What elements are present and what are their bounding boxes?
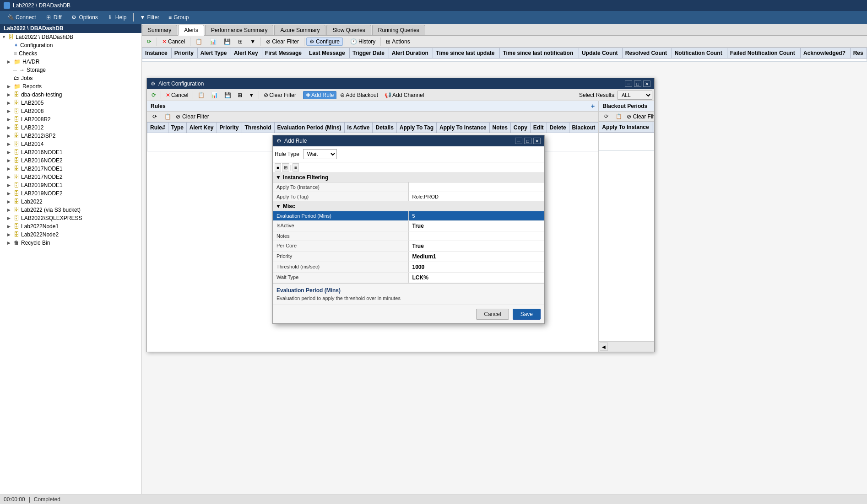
ac-clear-filter-button[interactable]: ⊘ Clear Filter: [261, 91, 299, 99]
sidebar-item-lab2014[interactable]: ▶ 🗄 LAB2014: [0, 140, 141, 148]
sidebar-item-lab2019node1[interactable]: ▶ 🗄 LAB2019NODE1: [0, 181, 141, 189]
filter-button[interactable]: ▼ Filter: [136, 13, 163, 21]
bl-refresh-btn[interactable]: ⟳: [601, 113, 611, 120]
tab-running[interactable]: Running Queries: [372, 25, 425, 35]
sidebar-item-jobs[interactable]: 🗂 Jobs: [0, 74, 141, 82]
table-row[interactable]: [599, 133, 654, 151]
ac-expand-button[interactable]: ⊞: [235, 91, 245, 99]
prop-value-isactive[interactable]: True: [409, 221, 545, 231]
refresh-button[interactable]: ⟳: [144, 38, 155, 46]
tab-summary[interactable]: Summary: [142, 25, 177, 35]
misc-header[interactable]: ▼ Misc: [273, 202, 544, 211]
prop-value-eval-period[interactable]: [409, 211, 545, 220]
prop-value-apply-instance[interactable]: [409, 182, 545, 192]
ac-save-button[interactable]: 💾: [222, 91, 234, 99]
prop-row-eval-period[interactable]: Evaluation Period (Mins): [273, 211, 544, 221]
prop-row-priority[interactable]: Priority Medium1: [273, 252, 544, 262]
tab-azure[interactable]: Azure Summary: [274, 25, 325, 35]
connect-button[interactable]: 🔌 Connect: [4, 13, 40, 21]
prop-row-isactive[interactable]: IsActive True: [273, 221, 544, 231]
sidebar-item-lab2017node1[interactable]: ▶ 🗄 LAB2017NODE1: [0, 165, 141, 173]
prop-row-per-core[interactable]: Per Core True: [273, 241, 544, 252]
rules-plus-button[interactable]: +: [591, 102, 595, 110]
ac-arrow-button[interactable]: ▼: [246, 91, 257, 99]
sidebar-item-hadr[interactable]: ▶ 📁 HA/DR: [0, 58, 141, 66]
sidebar-item-lab2022node2[interactable]: ▶ 🗄 Lab2022Node2: [0, 231, 141, 239]
history-button[interactable]: 🕐 History: [347, 38, 379, 46]
diff-button[interactable]: ⊞ Diff: [42, 13, 65, 21]
table-row[interactable]: [142, 59, 867, 62]
dtb-btn-1[interactable]: ■: [275, 163, 281, 172]
scroll-left-button[interactable]: ◀: [600, 343, 608, 351]
prop-value-wait-type[interactable]: LCK%: [409, 273, 545, 283]
sidebar-item-lab2022sqlexpress[interactable]: ▶ 🗄 LAB2022\SQLEXPRESS: [0, 214, 141, 222]
maximize-button[interactable]: □: [634, 80, 641, 87]
actions-button[interactable]: ⊞ Actions: [383, 38, 413, 46]
tab-alerts[interactable]: Alerts: [178, 25, 204, 36]
configure-button[interactable]: ⚙ Configure: [306, 38, 343, 46]
prop-row-notes[interactable]: Notes: [273, 231, 544, 241]
sidebar-item-recycle-bin[interactable]: ▶ 🗑 Recycle Bin: [0, 239, 141, 247]
sidebar-item-lab2012[interactable]: ▶ 🗄 LAB2012: [0, 123, 141, 132]
tab-slow[interactable]: Slow Queries: [326, 25, 371, 35]
dialog-cancel-button[interactable]: Cancel: [476, 309, 509, 320]
save-button[interactable]: 💾: [221, 38, 234, 46]
sidebar-item-dba-dash-testing[interactable]: ▶ 🗄 dba-dash-testing: [0, 91, 141, 99]
sidebar-item-lab2012sp2[interactable]: ▶ 🗄 LAB2012\SP2: [0, 132, 141, 140]
sidebar-item-lab2019node2[interactable]: ▶ 🗄 LAB2019NODE2: [0, 189, 141, 198]
sidebar-item-checks[interactable]: ≡ Checks: [0, 49, 141, 58]
select-results-dropdown[interactable]: ALL Active Resolved: [618, 91, 652, 100]
cancel-button[interactable]: ✕ Cancel: [159, 38, 188, 46]
tab-perf[interactable]: Performance Summary: [205, 25, 273, 35]
prop-row-threshold[interactable]: Threshold (ms/sec) 1000: [273, 262, 544, 273]
instance-filtering-header[interactable]: ▼ Instance Filtering: [273, 173, 544, 182]
prop-value-threshold[interactable]: 1000: [409, 262, 545, 272]
prop-value-per-core[interactable]: True: [409, 241, 545, 251]
rules-refresh-btn[interactable]: ⟳: [150, 113, 160, 121]
sidebar-item-lab2017node2[interactable]: ▶ 🗄 LAB2017NODE2: [0, 173, 141, 181]
arrow-button[interactable]: ▼: [247, 38, 259, 46]
ac-add-channel-button[interactable]: 📢 Add Channel: [382, 91, 427, 99]
ac-copy-button[interactable]: 📋: [195, 91, 207, 99]
xls-button[interactable]: 📊: [206, 38, 220, 46]
sidebar-item-lab2016node2[interactable]: ▶ 🗄 LAB2016NODE2: [0, 156, 141, 165]
sidebar-item-lab2022[interactable]: ▶ 🗄 Lab2022: [0, 198, 141, 206]
sidebar-item-configuration[interactable]: ✦ Configuration: [0, 41, 141, 49]
rules-copy-btn[interactable]: 📋: [162, 113, 174, 121]
prop-row-apply-tag[interactable]: Apply To (Tag) Role:PROD: [273, 192, 544, 202]
dtb-btn-3[interactable]: ≡: [293, 163, 299, 172]
bl-copy-btn[interactable]: 📋: [613, 113, 625, 120]
help-button[interactable]: ℹ Help: [103, 13, 130, 21]
minimize-button[interactable]: ─: [625, 80, 632, 87]
sidebar-item-lab2016node1[interactable]: ▶ 🗄 LAB2016NODE1: [0, 148, 141, 156]
sidebar-item-lab2022-root[interactable]: ▼ 🗄 Lab2022 \ DBADashDB: [0, 33, 141, 41]
prop-row-apply-instance[interactable]: Apply To (Instance): [273, 182, 544, 192]
dialog-maximize-button[interactable]: □: [524, 138, 531, 144]
rule-type-select[interactable]: Wait CPU Memory: [303, 149, 337, 159]
prop-value-notes[interactable]: [409, 231, 545, 241]
sidebar-item-lab2022-s3[interactable]: ▶ 🗄 Lab2022 (via S3 bucket): [0, 206, 141, 214]
sidebar-item-lab2005[interactable]: ▶ 🗄 LAB2005: [0, 99, 141, 107]
ac-xls-button[interactable]: 📊: [208, 91, 221, 99]
sidebar-item-lab2008r2[interactable]: ▶ 🗄 LAB2008R2: [0, 115, 141, 123]
options-button[interactable]: ⚙ Options: [67, 13, 102, 21]
ac-add-blackout-button[interactable]: ⊖ Add Blackout: [337, 91, 381, 99]
ac-refresh-button[interactable]: ⟳: [149, 91, 159, 99]
sidebar-item-reports[interactable]: ▶ 📁 Reports: [0, 82, 141, 91]
group-button[interactable]: ≡ Group: [165, 13, 192, 21]
sidebar-item-lab2022node1[interactable]: ▶ 🗄 Lab2022Node1: [0, 222, 141, 231]
blackout-grid-container[interactable]: Apply To Instance Apply To Tag Alert Key…: [599, 122, 654, 341]
dialog-close-button[interactable]: ✕: [533, 138, 541, 144]
expand-button[interactable]: ⊞: [235, 38, 246, 46]
prop-row-wait-type[interactable]: Wait Type LCK%: [273, 273, 544, 283]
sidebar-item-lab2008[interactable]: ▶ 🗄 LAB2008: [0, 107, 141, 115]
ac-add-rule-button[interactable]: ✚ Add Rule: [303, 91, 336, 99]
eval-period-input[interactable]: [412, 213, 541, 219]
props-container[interactable]: ▼ Instance Filtering Apply To (Instance)…: [273, 173, 544, 283]
close-button[interactable]: ✕: [643, 80, 650, 87]
ac-cancel-button[interactable]: ✕ Cancel: [163, 91, 191, 99]
sidebar-item-storage[interactable]: — → Storage: [0, 66, 141, 74]
prop-value-priority[interactable]: Medium1: [409, 252, 545, 262]
dtb-btn-2[interactable]: ⊞: [282, 163, 289, 172]
dialog-save-button[interactable]: Save: [513, 309, 541, 320]
